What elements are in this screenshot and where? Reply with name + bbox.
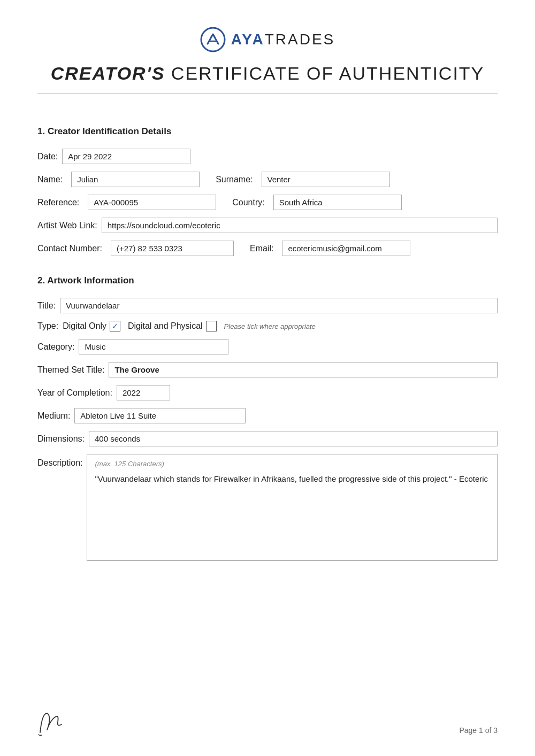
type-option2-checkbox[interactable] xyxy=(206,321,217,331)
artwork-title-field[interactable]: Vuurwandelaar xyxy=(60,298,498,313)
contact-label: Contact Number: xyxy=(37,244,102,253)
type-option1-checkbox[interactable]: ✓ xyxy=(110,321,120,331)
logo-text: AYATRADES xyxy=(231,31,335,48)
web-label: Artist Web Link: xyxy=(37,221,97,230)
dimensions-row: Dimensions: 400 seconds xyxy=(37,431,498,446)
svg-point-0 xyxy=(201,28,225,51)
themed-field[interactable]: The Groove xyxy=(109,362,498,377)
email-group: Email: ecotericmusic@gmail.com xyxy=(250,241,410,256)
contact-field[interactable]: (+27) 82 533 0323 xyxy=(111,241,234,256)
year-field[interactable]: 2022 xyxy=(117,385,170,400)
section2-title: 2. Artwork Information xyxy=(37,275,498,286)
category-label: Category: xyxy=(37,342,74,352)
document-page: AYATRADES CREATOR'S CERTIFICATE OF AUTHE… xyxy=(0,0,535,756)
surname-group: Surname: Venter xyxy=(216,172,389,187)
artwork-title-row: Title: Vuurwandelaar xyxy=(37,298,498,313)
signature-icon xyxy=(32,706,70,738)
category-row: Category: Music xyxy=(37,339,498,354)
page-footer: Page 1 of 3 xyxy=(459,726,498,735)
type-row: Type: Digital Only ✓ Digital and Physica… xyxy=(37,321,498,331)
country-group: Country: South Africa xyxy=(232,195,401,210)
contact-email-row: Contact Number: (+27) 82 533 0323 Email:… xyxy=(37,241,498,256)
year-label: Year of Completion: xyxy=(37,388,112,398)
description-hint: (max. 125 Characters) xyxy=(95,460,490,468)
description-field[interactable]: (max. 125 Characters) "Vuurwandelaar whi… xyxy=(87,454,498,561)
category-field[interactable]: Music xyxy=(79,339,228,354)
type-option2-label: Digital and Physical xyxy=(128,321,203,331)
description-label: Description: xyxy=(37,454,82,468)
type-digital-only[interactable]: Digital Only ✓ xyxy=(63,321,120,331)
reference-label: Reference: xyxy=(37,198,79,207)
aya-logo-icon xyxy=(200,27,226,52)
medium-field[interactable]: Ableton Live 11 Suite xyxy=(74,408,246,423)
ref-country-row: Reference: AYA-000095 Country: South Afr… xyxy=(37,195,498,210)
name-group: Name: Julian xyxy=(37,172,200,187)
signature-area xyxy=(32,706,70,740)
email-field[interactable]: ecotericmusic@gmail.com xyxy=(282,241,410,256)
web-field[interactable]: https://soundcloud.com/ecoteric xyxy=(102,218,498,233)
description-row: Description: (max. 125 Characters) "Vuur… xyxy=(37,454,498,561)
artwork-title-label: Title: xyxy=(37,301,56,311)
web-row: Artist Web Link: https://soundcloud.com/… xyxy=(37,218,498,233)
type-label: Type: xyxy=(37,321,58,331)
document-header: AYATRADES CREATOR'S CERTIFICATE OF AUTHE… xyxy=(37,27,498,110)
country-label: Country: xyxy=(232,198,264,207)
name-field[interactable]: Julian xyxy=(71,172,200,187)
section-creator-identification: 1. Creator Identification Details Date: … xyxy=(37,126,498,256)
reference-group: Reference: AYA-000095 xyxy=(37,195,216,210)
logo-area: AYATRADES xyxy=(200,27,335,52)
name-label: Name: xyxy=(37,175,63,184)
description-text: "Vuurwandelaar which stands for Firewalk… xyxy=(95,473,490,485)
surname-label: Surname: xyxy=(216,175,253,184)
dimensions-field[interactable]: 400 seconds xyxy=(89,431,498,446)
type-option1-label: Digital Only xyxy=(63,321,106,331)
surname-field[interactable]: Venter xyxy=(262,172,390,187)
contact-group: Contact Number: (+27) 82 533 0323 xyxy=(37,241,234,256)
medium-label: Medium: xyxy=(37,411,70,421)
date-label: Date: xyxy=(37,152,58,161)
email-label: Email: xyxy=(250,244,273,253)
year-row: Year of Completion: 2022 xyxy=(37,385,498,400)
dimensions-label: Dimensions: xyxy=(37,434,85,444)
page-number: Page 1 of 3 xyxy=(459,726,498,735)
section-artwork-information: 2. Artwork Information Title: Vuurwandel… xyxy=(37,275,498,561)
type-digital-physical[interactable]: Digital and Physical xyxy=(128,321,217,331)
themed-title-row: Themed Set Title: The Groove xyxy=(37,362,498,377)
section1-title: 1. Creator Identification Details xyxy=(37,126,498,137)
type-hint: Please tick where appropriate xyxy=(224,322,316,330)
name-surname-row: Name: Julian Surname: Venter xyxy=(37,172,498,187)
date-row: Date: Apr 29 2022 xyxy=(37,149,498,164)
title-divider xyxy=(37,94,498,94)
date-field[interactable]: Apr 29 2022 xyxy=(62,149,190,164)
themed-label: Themed Set Title: xyxy=(37,365,104,375)
country-field[interactable]: South Africa xyxy=(273,195,402,210)
cert-title: CREATOR'S CERTIFICATE OF AUTHENTICITY xyxy=(51,63,485,84)
medium-row: Medium: Ableton Live 11 Suite xyxy=(37,408,498,423)
reference-field[interactable]: AYA-000095 xyxy=(88,195,216,210)
